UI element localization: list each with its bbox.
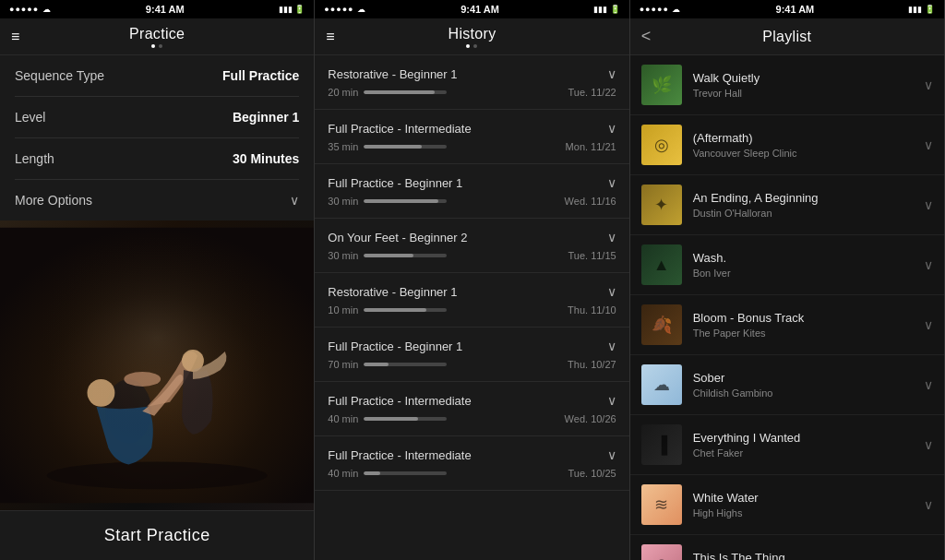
practice-nav-bar: ≡ Practice [0, 18, 314, 55]
length-row[interactable]: Length 30 Minutes [15, 138, 299, 180]
history-item[interactable]: Full Practice - Intermediate ∨ 40 min We… [315, 382, 628, 436]
history-chevron-icon-3: ∨ [607, 230, 616, 244]
playlist-list: 🌿 Walk Quietly Trevor Hall ∨ ◎ (Aftermat… [630, 55, 944, 560]
history-chevron-icon-0: ∨ [607, 66, 616, 81]
sequence-type-value: Full Practice [222, 68, 299, 83]
track-title-0: Walk Quietly [693, 71, 913, 85]
playlist-item[interactable]: ✦ An Ending, A Beginning Dustin O'Hallor… [630, 175, 944, 235]
progress-bar-bg-6 [364, 417, 447, 421]
album-art-0: 🌿 [641, 65, 682, 105]
history-title: History [449, 26, 496, 42]
history-item-details-5: 70 min Thu. 10/27 [328, 359, 616, 370]
album-art-inner-5: ☁ [641, 364, 682, 405]
playlist-item[interactable]: ◎ (Aftermath) Vancouver Sleep Clinic ∨ [630, 115, 944, 175]
history-nav-bar: ≡ History [315, 18, 628, 55]
track-artist-7: High Highs [693, 507, 913, 518]
history-duration-6: 40 min [328, 413, 447, 424]
playlist-chevron-icon-0: ∨ [924, 77, 933, 92]
history-item[interactable]: Full Practice - Intermediate ∨ 40 min Tu… [315, 436, 628, 491]
playlist-item[interactable]: ≋ White Water High Highs ∨ [630, 475, 944, 535]
track-title-2: An Ending, A Beginning [693, 191, 913, 205]
progress-bar-fill-2 [364, 199, 438, 203]
progress-bar-fill-5 [364, 363, 389, 366]
more-options-row[interactable]: More Options ∨ [15, 180, 299, 220]
album-art-2: ✦ [641, 185, 682, 225]
history-item[interactable]: On Your Feet - Beginner 2 ∨ 30 min Tue. … [315, 219, 628, 273]
track-info-8: This Is The Thing Fink [693, 551, 913, 560]
track-title-4: Bloom - Bonus Track [693, 311, 913, 325]
history-item-title-7: Full Practice - Intermediate [328, 448, 471, 462]
history-chevron-icon-7: ∨ [607, 447, 616, 462]
history-item-title-6: Full Practice - Intermediate [328, 394, 471, 408]
progress-bar-fill-0 [364, 90, 435, 94]
history-date-1: Mon. 11/21 [566, 141, 616, 152]
history-date-3: Tue. 11/15 [568, 250, 616, 261]
level-row[interactable]: Level Beginner 1 [15, 97, 299, 138]
history-item[interactable]: Restorative - Beginner 1 ∨ 10 min Thu. 1… [315, 273, 628, 328]
history-item[interactable]: Full Practice - Beginner 1 ∨ 30 min Wed.… [315, 164, 628, 219]
history-item[interactable]: Full Practice - Intermediate ∨ 35 min Mo… [315, 110, 628, 164]
history-date-4: Thu. 11/10 [568, 304, 616, 316]
history-item-details-0: 20 min Tue. 11/22 [328, 87, 616, 98]
album-art-4: 🍂 [641, 304, 682, 345]
history-chevron-icon-2: ∨ [607, 175, 616, 190]
history-item-header-3: On Your Feet - Beginner 2 ∨ [328, 230, 616, 244]
playlist-item[interactable]: ☁ Sober Childish Gambino ∨ [630, 355, 944, 415]
history-date-2: Wed. 11/16 [565, 196, 616, 207]
track-title-3: Wash. [693, 251, 913, 265]
history-item[interactable]: Full Practice - Beginner 1 ∨ 70 min Thu.… [315, 328, 628, 382]
history-item-details-3: 30 min Tue. 11/15 [328, 250, 616, 261]
back-icon[interactable]: < [641, 27, 652, 46]
status-left-1: ●●●●● ☁ [9, 5, 52, 14]
history-item-title-0: Restorative - Beginner 1 [328, 67, 457, 81]
history-item[interactable]: Restorative - Beginner 1 ∨ 20 min Tue. 1… [315, 55, 628, 110]
history-item-details-4: 10 min Thu. 11/10 [328, 304, 616, 316]
playlist-chevron-icon-2: ∨ [924, 197, 933, 212]
history-panel: ●●●●● ☁ 9:41 AM ▮▮▮ 🔋 ≡ History Restorat… [315, 0, 629, 560]
progress-bar-bg-1 [364, 145, 447, 149]
playlist-item[interactable]: ◉ This Is The Thing Fink ∨ [630, 535, 944, 560]
progress-bar-bg-0 [364, 90, 447, 94]
playlist-item[interactable]: 🍂 Bloom - Bonus Track The Paper Kites ∨ [630, 295, 944, 355]
track-info-7: White Water High Highs [693, 491, 913, 518]
page-dots [129, 44, 185, 48]
hamburger-icon[interactable]: ≡ [11, 29, 19, 45]
sequence-type-row[interactable]: Sequence Type Full Practice [15, 55, 299, 97]
dot-2 [159, 44, 162, 48]
length-value: 30 Minutes [233, 151, 299, 166]
history-hamburger-icon[interactable]: ≡ [326, 29, 334, 45]
history-item-title-1: Full Practice - Intermediate [328, 122, 471, 136]
track-title-7: White Water [693, 491, 913, 505]
history-item-title-3: On Your Feet - Beginner 2 [328, 231, 467, 244]
practice-panel: ●●●●● ☁ 9:41 AM ▮▮▮ 🔋 ≡ Practice Sequenc… [0, 0, 315, 560]
playlist-item[interactable]: ▲ Wash. Bon Iver ∨ [630, 235, 944, 295]
track-title-1: (Aftermath) [693, 131, 913, 145]
status-right-2: ▮▮▮ 🔋 [593, 5, 620, 14]
playlist-item[interactable]: 🌿 Walk Quietly Trevor Hall ∨ [630, 55, 944, 115]
track-info-5: Sober Childish Gambino [693, 371, 913, 399]
status-time-3: 9:41 AM [776, 4, 815, 15]
album-art-7: ≋ [641, 484, 682, 525]
track-title-8: This Is The Thing [693, 551, 913, 560]
history-item-header-0: Restorative - Beginner 1 ∨ [328, 66, 616, 81]
playlist-panel: ●●●●● ☁ 9:41 AM ▮▮▮ 🔋 < Playlist 🌿 Walk … [630, 0, 945, 560]
track-info-6: Everything I Wanted Chet Faker [693, 431, 913, 459]
album-art-inner-8: ◉ [641, 544, 682, 560]
status-left-3: ●●●●● ☁ [640, 5, 682, 14]
start-practice-bar[interactable]: Start Practice [0, 510, 314, 560]
playlist-nav-bar: < Playlist [630, 18, 944, 55]
track-artist-4: The Paper Kites [693, 328, 913, 339]
progress-bar-fill-6 [364, 417, 418, 421]
album-art-5: ☁ [641, 364, 682, 405]
status-left-2: ●●●●● ☁ [324, 5, 366, 14]
history-list: Restorative - Beginner 1 ∨ 20 min Tue. 1… [315, 55, 628, 560]
playlist-item[interactable]: ▐ Everything I Wanted Chet Faker ∨ [630, 415, 944, 475]
album-art-inner-6: ▐ [641, 424, 682, 465]
history-duration-5: 70 min [328, 359, 447, 370]
sequence-type-label: Sequence Type [15, 68, 104, 83]
history-item-title-2: Full Practice - Beginner 1 [328, 176, 462, 190]
practice-image [0, 220, 314, 510]
history-item-details-7: 40 min Tue. 10/25 [328, 468, 616, 479]
level-label: Level [15, 110, 45, 125]
history-item-title-5: Full Practice - Beginner 1 [328, 340, 462, 353]
